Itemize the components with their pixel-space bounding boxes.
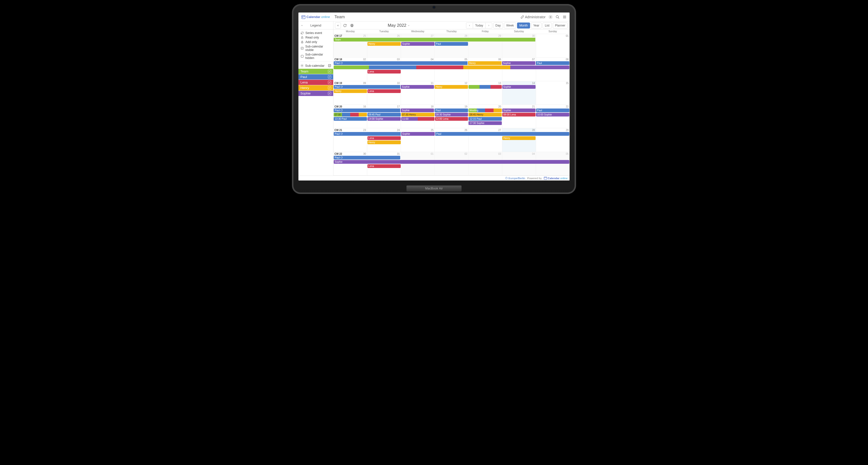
admin-link[interactable]: Administrator xyxy=(521,15,546,19)
event[interactable]: Paul xyxy=(334,85,400,89)
svg-point-16 xyxy=(302,65,303,66)
week-row: CW 2123242526272829PaulSophiePaulLenaHen… xyxy=(334,128,569,152)
event[interactable]: Paul xyxy=(334,156,400,160)
event[interactable]: 08:45 Paul xyxy=(368,113,401,117)
date-number: 02 xyxy=(363,58,366,61)
date-number: 27 xyxy=(431,34,434,37)
svg-line-5 xyxy=(558,18,559,19)
view-month[interactable]: Month xyxy=(517,23,530,29)
recur-icon xyxy=(340,62,343,64)
event[interactable]: Team xyxy=(334,38,535,41)
prev-button[interactable] xyxy=(466,23,473,29)
event[interactable]: 11:00 xyxy=(401,117,434,121)
event[interactable]: Paul xyxy=(536,108,569,112)
legend-hidden: Sub-calendar hidden xyxy=(299,53,333,60)
event[interactable]: Henry xyxy=(368,42,401,46)
event[interactable]: 08:30 Sophie xyxy=(435,113,468,117)
event[interactable]: Lena xyxy=(368,164,401,168)
view-year[interactable]: Year xyxy=(531,23,541,29)
print-button[interactable] xyxy=(349,23,355,29)
app-logo[interactable]: Calendar.online xyxy=(302,15,330,19)
event[interactable]: Paul xyxy=(435,42,468,46)
subcalendar-team[interactable]: Team xyxy=(299,69,333,74)
clock-icon xyxy=(505,177,508,179)
event[interactable]: 08:45 Henry xyxy=(468,113,502,117)
event[interactable]: Sophie xyxy=(502,85,535,89)
event[interactable]: Paul xyxy=(334,108,400,112)
event[interactable]: 10:00 Sophie xyxy=(536,113,569,117)
event[interactable]: Paul xyxy=(434,108,468,112)
event[interactable]: 13:30 Paul xyxy=(334,117,367,121)
event[interactable]: Henry xyxy=(334,89,367,93)
event[interactable]: Lena xyxy=(368,70,401,73)
date-number: 11 xyxy=(431,82,434,85)
week-number: CW 18 xyxy=(335,58,342,61)
next-button[interactable] xyxy=(485,23,492,29)
footer-logo[interactable]: Calendar.online xyxy=(544,176,568,180)
settings-icon[interactable] xyxy=(549,15,553,19)
svg-rect-12 xyxy=(302,37,303,39)
svg-point-4 xyxy=(556,15,558,18)
footer: Europe/Berlin Powered by Calendar.online xyxy=(299,175,569,180)
refresh-button[interactable] xyxy=(342,23,348,29)
today-button[interactable]: Today xyxy=(473,23,485,29)
event[interactable]: Lena xyxy=(368,136,401,140)
subcalendar-lena[interactable]: Lena xyxy=(299,80,333,85)
week-row: CW 2230310102030405PaulSophieLena xyxy=(334,152,569,175)
event[interactable]: Henry xyxy=(434,85,468,89)
week-row: CW 1802030405060708PaulHenrySophiePaulLe… xyxy=(334,58,569,81)
date-number: 30 xyxy=(532,34,535,37)
event[interactable]: 17:30 Sophie xyxy=(468,121,502,125)
date-number: 22 xyxy=(566,105,568,108)
event[interactable]: Meeting xyxy=(468,108,502,112)
legend-title: Legend xyxy=(305,24,327,27)
toggle-all-icon[interactable] xyxy=(328,64,331,67)
date-number: 02 xyxy=(465,153,467,155)
powered-by-label: Powered by xyxy=(527,177,541,180)
event[interactable] xyxy=(334,66,569,69)
view-day[interactable]: Day xyxy=(493,23,503,29)
event[interactable]: Sophie xyxy=(401,42,434,46)
view-week[interactable]: Week xyxy=(504,23,516,29)
timezone-link[interactable]: Europe/Berlin xyxy=(505,177,525,180)
event[interactable]: Paul xyxy=(536,61,569,65)
event[interactable]: Paul xyxy=(334,61,467,65)
event[interactable]: Henry xyxy=(502,136,535,140)
event[interactable]: Sophie xyxy=(401,132,435,136)
week-number: CW 17 xyxy=(335,34,342,37)
event[interactable]: Sophie xyxy=(401,108,434,112)
view-list[interactable]: List xyxy=(542,23,552,29)
menu-icon[interactable] xyxy=(563,15,566,19)
event[interactable]: 12:15 Paul xyxy=(468,117,502,121)
event[interactable]: Paul xyxy=(435,132,569,136)
gear-icon[interactable] xyxy=(301,64,304,67)
event[interactable]: Henry xyxy=(468,61,501,65)
event[interactable]: Lena xyxy=(368,89,401,93)
subcalendar-sophie[interactable]: Sophie xyxy=(299,91,333,96)
event[interactable]: 07:30 Henry xyxy=(401,113,434,117)
event[interactable]: 08:00 Lena xyxy=(502,113,535,117)
date-number: 03 xyxy=(498,153,501,155)
event[interactable]: Henry xyxy=(368,140,401,144)
date-number: 20 xyxy=(498,105,501,108)
event[interactable]: Paul xyxy=(334,132,401,136)
event[interactable]: Sophie xyxy=(502,108,535,112)
subcalendar-henry[interactable]: Henry xyxy=(299,85,333,91)
collapse-sidebar-button[interactable] xyxy=(335,23,341,29)
add-lock-icon xyxy=(301,40,304,44)
event[interactable]: 12:00 Lena xyxy=(435,117,468,121)
event[interactable]: Sophie xyxy=(502,61,535,65)
date-number: 28 xyxy=(465,34,467,37)
event[interactable] xyxy=(468,85,502,89)
event[interactable]: 14:00 Sophie xyxy=(368,117,401,121)
event[interactable]: Sophie xyxy=(401,85,434,89)
event[interactable]: 07:00 xyxy=(334,113,367,117)
subcalendar-paul[interactable]: Paul xyxy=(299,74,333,79)
calendar-icon xyxy=(544,176,547,180)
collapse-legend-icon[interactable] xyxy=(301,24,303,27)
topbar: Calendar.online Team Administrator xyxy=(299,12,569,22)
event[interactable]: Sophie xyxy=(334,160,569,164)
date-selector[interactable]: May 2022 xyxy=(388,23,410,28)
search-icon[interactable] xyxy=(556,15,560,19)
view-planner[interactable]: Planner xyxy=(553,23,567,29)
